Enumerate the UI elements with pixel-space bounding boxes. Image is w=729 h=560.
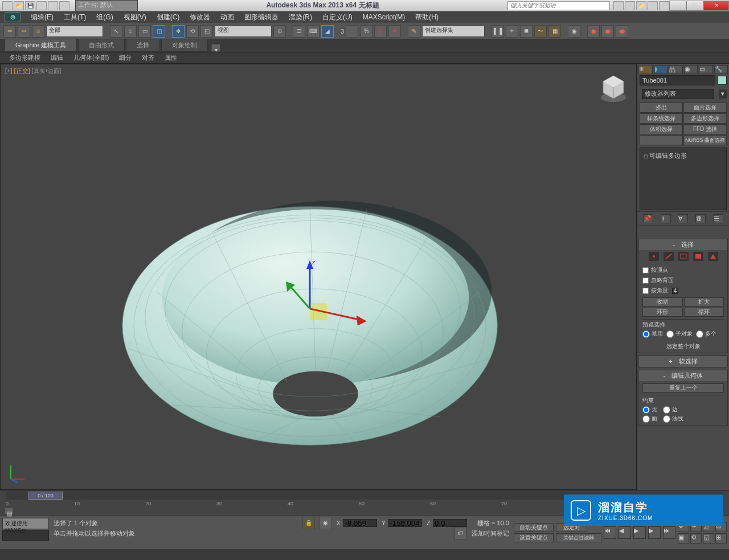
time-tag-icon[interactable]: 🏷 bbox=[454, 527, 467, 539]
edge-level-icon[interactable] bbox=[664, 252, 674, 261]
border-level-icon[interactable] bbox=[678, 252, 689, 261]
mod-nurbssel-button[interactable]: NURBS 曲面选择 bbox=[683, 135, 727, 145]
redo-icon[interactable]: ↷ bbox=[48, 1, 58, 10]
tab-graphite[interactable]: Graphite 建模工具 bbox=[5, 39, 77, 52]
mod-splinesel-button[interactable]: 样条线选择 bbox=[640, 113, 683, 124]
move-tool-icon[interactable]: ✥ bbox=[172, 25, 185, 38]
angle-spinner[interactable] bbox=[672, 288, 678, 294]
menu-help[interactable]: 帮助(H) bbox=[415, 13, 439, 22]
save-icon[interactable]: 💾 bbox=[25, 1, 35, 10]
show-result-icon[interactable]: ⅱ bbox=[661, 214, 671, 223]
radio-subobj[interactable]: 子对象 bbox=[666, 330, 693, 338]
pin-stack-icon[interactable]: 📌 bbox=[643, 214, 653, 223]
undo-icon[interactable]: ↶ bbox=[36, 1, 47, 10]
time-slider[interactable]: 0 / 100 bbox=[28, 492, 63, 500]
mod-patchsel-button[interactable]: 面片选择 bbox=[683, 103, 727, 113]
coord-z-input[interactable] bbox=[433, 519, 467, 527]
byvertex-checkbox[interactable]: 按顶点 bbox=[642, 265, 724, 275]
remove-mod-icon[interactable]: 🗑 bbox=[695, 214, 706, 223]
ribbon-collapse-icon[interactable]: ▾ bbox=[211, 44, 220, 52]
render-setup-icon[interactable]: 🫖 bbox=[587, 25, 600, 38]
utilities-tab-icon[interactable]: 🔧 bbox=[714, 65, 728, 74]
select-icon[interactable]: ↖ bbox=[110, 25, 122, 38]
star-icon[interactable]: ★ bbox=[625, 1, 635, 10]
lock-selection-icon[interactable]: 🔒 bbox=[302, 517, 315, 529]
viewport[interactable]: [+] [正交] [真实+边面] bbox=[0, 64, 637, 490]
object-name-field[interactable]: Tube001 bbox=[640, 75, 715, 85]
subtab-align[interactable]: 对齐 bbox=[137, 52, 159, 63]
select-rect-icon[interactable]: ▭ bbox=[138, 25, 151, 38]
element-level-icon[interactable] bbox=[708, 252, 718, 261]
minimize-button[interactable]: — bbox=[669, 1, 686, 11]
constraint-none[interactable]: 无 bbox=[642, 406, 657, 414]
next-frame-icon[interactable]: ▶ bbox=[648, 526, 661, 539]
snap-spinner-icon[interactable]: ⊕ bbox=[374, 25, 387, 38]
coord-y-input[interactable] bbox=[388, 519, 422, 527]
menu-grapheditors[interactable]: 图形编辑器 bbox=[244, 13, 279, 22]
mirror-icon[interactable]: ▌▐ bbox=[492, 25, 504, 38]
radio-disable[interactable]: 禁用 bbox=[642, 330, 663, 338]
rollout-softsel-header[interactable]: + 软选择 bbox=[639, 356, 727, 367]
snap-percent-icon[interactable]: % bbox=[360, 25, 372, 38]
named-sel-edit-icon[interactable]: ✎ bbox=[408, 25, 420, 38]
help-search-input[interactable] bbox=[507, 1, 610, 10]
selection-filter[interactable]: 全部 bbox=[46, 26, 103, 37]
subtab-props[interactable]: 属性 bbox=[160, 52, 182, 63]
folder-icon[interactable]: 📁 bbox=[636, 1, 646, 10]
mod-polysel-button[interactable]: 多边形选择 bbox=[683, 113, 727, 124]
rollout-editgeo-header[interactable]: - 编辑几何体 bbox=[639, 370, 727, 381]
unique-icon[interactable]: ∀ bbox=[678, 214, 688, 223]
menu-rendering[interactable]: 渲染(R) bbox=[289, 13, 312, 22]
workspace-selector[interactable]: 工作台: 默认 bbox=[75, 0, 138, 11]
link-tool-icon[interactable]: ⚮ bbox=[3, 25, 16, 38]
unlink-tool-icon[interactable]: ⚯ bbox=[18, 25, 30, 38]
constraint-normal[interactable]: 法线 bbox=[663, 415, 683, 423]
goto-end-icon[interactable]: ⏭ bbox=[663, 526, 675, 539]
shrink-button[interactable]: 收缩 bbox=[642, 297, 683, 306]
constraint-face[interactable]: 面 bbox=[642, 415, 657, 423]
prev-frame-icon[interactable]: ◀ bbox=[619, 526, 631, 539]
help-icon[interactable]: ℹ bbox=[613, 1, 624, 10]
setkey-button[interactable]: 设置关键点 bbox=[514, 533, 554, 542]
arrow-icon[interactable]: ↗ bbox=[648, 1, 658, 10]
add-time-tag[interactable]: 添加时间标记 bbox=[472, 529, 509, 538]
loop-button[interactable]: 循环 bbox=[684, 308, 724, 317]
snap-2d-icon[interactable]: ◢ bbox=[321, 25, 334, 38]
snap-angle-icon[interactable]: ⌒ bbox=[346, 25, 358, 38]
link-icon[interactable]: ⇆ bbox=[59, 1, 69, 10]
open-icon[interactable]: 📂 bbox=[14, 1, 24, 10]
rollout-selection-header[interactable]: - 选择 bbox=[639, 239, 727, 250]
subtab-edit[interactable]: 编辑 bbox=[46, 52, 68, 63]
menu-animation[interactable]: 动画 bbox=[220, 13, 234, 22]
polygon-level-icon[interactable] bbox=[693, 252, 703, 261]
new-icon[interactable]: ◻ bbox=[2, 1, 13, 10]
schematic-icon[interactable]: ▦ bbox=[548, 25, 561, 38]
viewcube[interactable] bbox=[596, 70, 630, 104]
mod-volsel-button[interactable]: 体积选择 bbox=[640, 124, 683, 134]
modifier-list-dropdown[interactable]: 修改器列表 bbox=[642, 89, 714, 99]
manipulate-icon[interactable]: ☰ bbox=[293, 25, 305, 38]
motion-tab-icon[interactable]: ◉ bbox=[684, 65, 698, 74]
subtab-geom[interactable]: 几何体(全部) bbox=[69, 52, 113, 63]
menu-customize[interactable]: 自定义(U) bbox=[322, 13, 353, 22]
pivot-icon[interactable]: ⊙ bbox=[273, 25, 286, 38]
ref-coord-system[interactable]: 视图 bbox=[215, 26, 272, 37]
subtab-subdiv[interactable]: 细分 bbox=[114, 52, 136, 63]
play-icon[interactable]: ▶ bbox=[633, 526, 646, 539]
align-icon[interactable]: ⫩ bbox=[506, 25, 518, 38]
object-color-swatch[interactable] bbox=[718, 76, 727, 85]
scale-tool-icon[interactable]: ◱ bbox=[200, 25, 213, 38]
grow-button[interactable]: 扩大 bbox=[684, 297, 724, 306]
modify-tab-icon[interactable]: ◗ bbox=[654, 65, 668, 74]
isolate-icon[interactable]: ◉ bbox=[320, 517, 332, 529]
mod-ffdsel-button[interactable]: FFD 选择 bbox=[683, 124, 727, 134]
trackbar-toggle-icon[interactable]: ▤ bbox=[5, 508, 14, 514]
hierarchy-tab-icon[interactable]: 品 bbox=[669, 65, 683, 74]
vertex-level-icon[interactable] bbox=[649, 252, 659, 261]
menu-maxscript[interactable]: MAXScript(M) bbox=[363, 13, 406, 21]
named-sel-set[interactable]: 创建选择集 bbox=[422, 26, 485, 37]
tab-selection[interactable]: 选择 bbox=[126, 39, 160, 52]
autokey-button[interactable]: 自动关键点 bbox=[514, 523, 554, 532]
display-tab-icon[interactable]: ▭ bbox=[699, 65, 713, 74]
menu-edit[interactable]: 编辑(E) bbox=[31, 13, 54, 22]
